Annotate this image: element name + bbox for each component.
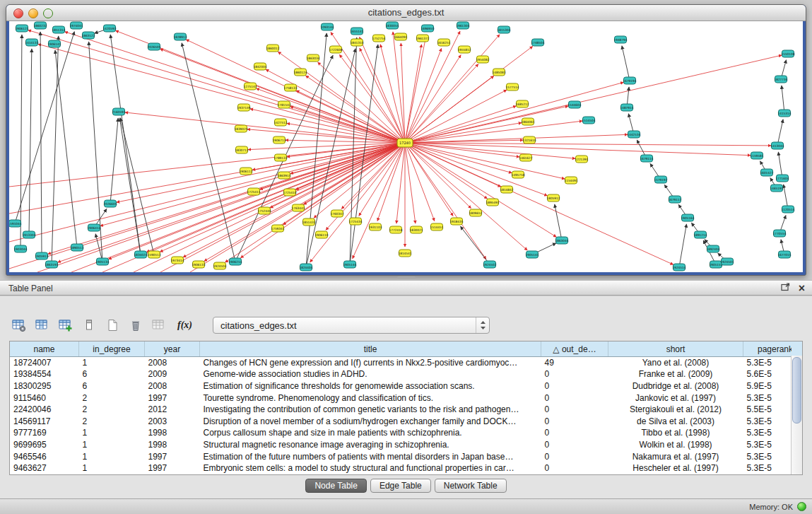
graph-node[interactable]: 1924514 (672, 264, 686, 271)
graph-node[interactable]: 1906713 (272, 136, 286, 144)
graph-node[interactable]: 1905141 (525, 251, 539, 258)
table-row[interactable]: 1830029562008Estimation of significance … (10, 380, 803, 392)
graph-node[interactable]: 1906112 (239, 168, 252, 175)
graph-node[interactable]: 1830055 (385, 22, 399, 29)
table-settings-icon[interactable] (11, 318, 27, 332)
graph-node[interactable]: 1616251 (437, 39, 450, 46)
graph-node[interactable]: 1905913 (35, 252, 48, 259)
graph-node[interactable]: 1830712 (235, 146, 248, 153)
graph-node[interactable]: 1905144 (343, 261, 356, 268)
graph-node[interactable]: 1906110 (314, 231, 328, 238)
column-header-name[interactable]: name (10, 341, 79, 357)
table-row[interactable]: 977716911998Corpus callosum shape and si… (10, 427, 803, 439)
graph-node[interactable]: 1748504 (531, 39, 544, 46)
column-header-out_degree[interactable]: △ out_de… (541, 341, 608, 357)
graph-node[interactable]: 1752754 (372, 35, 385, 42)
graph-node[interactable]: 1722608 (329, 46, 342, 53)
graph-node[interactable]: 1918435 (449, 218, 463, 225)
graph-node[interactable]: 1664091 (394, 33, 407, 40)
graph-node[interactable]: 1814541 (398, 250, 411, 257)
column-header-short[interactable]: short (608, 341, 743, 357)
graph-node[interactable]: 1752440 (257, 207, 271, 214)
table-columns-icon[interactable] (35, 318, 50, 332)
table-row[interactable]: 946362711997Embryonic stem cells: a mode… (10, 462, 803, 474)
graph-node[interactable]: 1906133 (192, 261, 205, 268)
graph-node[interactable]: 1905134 (95, 258, 109, 265)
graph-node[interactable]: 1841310 (350, 39, 363, 46)
graph-node[interactable]: 1924502 (483, 261, 496, 268)
graph-node[interactable]: 1679114 (640, 155, 653, 162)
table-disabled-icon[interactable] (151, 318, 167, 332)
graph-node[interactable]: 1842004 (253, 63, 266, 70)
graph-node[interactable]: 2026605 (103, 200, 117, 207)
graph-node[interactable]: 1906121 (15, 25, 28, 32)
column-header-year[interactable]: year (145, 341, 200, 357)
graph-node[interactable]: 1550108 (781, 50, 794, 57)
table-row[interactable]: 1938455462009Genome-wide association stu… (10, 368, 803, 380)
trash-icon[interactable] (128, 318, 143, 332)
graph-node[interactable]: 1415314 (777, 110, 791, 117)
graph-node[interactable]: 1828913 (173, 33, 187, 40)
graph-node[interactable]: 1955812 (457, 46, 471, 53)
close-window-button[interactable] (13, 8, 23, 18)
graph-node[interactable]: 1677015 (777, 251, 791, 258)
graph-node[interactable]: 1725411 (247, 188, 260, 195)
graph-node[interactable]: 1321610 (522, 136, 536, 144)
graph-node[interactable]: 1937149 (237, 104, 250, 111)
graph-node[interactable]: 1961304 (456, 22, 469, 29)
graph-node[interactable]: 1906414 (87, 224, 100, 231)
graph-node[interactable]: 1679117 (668, 196, 681, 203)
graph-node[interactable]: 1601427 (760, 169, 773, 176)
graph-node[interactable]: 1577514 (505, 83, 519, 90)
graph-node[interactable]: 1495758 (511, 171, 524, 178)
graph-node[interactable]: 1851433 (302, 218, 315, 226)
graph-node[interactable]: 1771604 (775, 175, 789, 182)
graph-node[interactable]: 1924504 (213, 262, 226, 269)
close-panel-icon[interactable]: × (799, 281, 805, 296)
table-row[interactable]: 969969511998Structural magnetic resonanc… (10, 439, 803, 451)
graph-node[interactable]: 1954082 (476, 56, 489, 63)
graph-node[interactable]: 1924501 (720, 258, 734, 265)
graph-node[interactable]: 1789133 (273, 154, 287, 161)
graph-node[interactable]: 2026505 (147, 43, 160, 50)
graph-node[interactable]: 1685212 (515, 100, 529, 107)
graph-node[interactable]: 1461627 (519, 154, 532, 161)
tab-node-table[interactable]: Node Table (305, 479, 367, 493)
graph-node[interactable]: 1961372 (416, 35, 429, 42)
graph-node[interactable]: 1759341 (271, 225, 284, 232)
graph-node[interactable]: 1809652 (469, 209, 482, 216)
graph-node[interactable]: 1906214 (228, 258, 242, 265)
graph-node[interactable]: 1427512 (273, 119, 287, 126)
graph-node[interactable]: 1763441 (291, 204, 305, 211)
graph-node[interactable]: 1860124 (293, 69, 307, 76)
graph-node[interactable]: 1891214 (693, 231, 707, 238)
graph-node[interactable]: 1815304 (497, 26, 510, 33)
graph-node[interactable]: 1770554 (772, 230, 786, 237)
graph-node[interactable]: 1851314 (52, 26, 65, 33)
graph-node[interactable]: 1591044 (9, 220, 22, 227)
graph-node[interactable]: 1895491 (486, 199, 499, 206)
function-builder-button[interactable]: f(x) (177, 320, 192, 331)
table-scrollbar[interactable] (791, 356, 802, 474)
graph-node[interactable]: 1725434 (348, 218, 362, 225)
graph-node[interactable]: 1890513 (70, 244, 83, 251)
graph-node[interactable]: 1864061 (521, 118, 534, 125)
graph-node[interactable]: 1931103 (368, 223, 382, 230)
graph-node[interactable]: 1863191 (45, 261, 58, 268)
graph-node[interactable]: 1905164 (681, 214, 694, 221)
graph-node[interactable]: 1514451 (430, 223, 443, 230)
graph-node[interactable]: 1863044 (555, 237, 568, 244)
graph-node[interactable]: 1514504 (582, 117, 595, 124)
table-row[interactable]: 946554611997Estimation of the future num… (10, 450, 803, 462)
graph-node[interactable]: 1839025 (234, 125, 247, 132)
graph-node[interactable]: 1781542 (277, 101, 290, 108)
graph-node[interactable]: 1824404 (299, 264, 312, 271)
graph-node[interactable]: 1830021 (409, 226, 423, 233)
graph-node[interactable]: 1973414 (170, 257, 184, 264)
graph-node[interactable]: 1860232 (33, 22, 47, 29)
graph-node[interactable]: 1655141 (350, 28, 363, 35)
graph-node[interactable]: 1913304 (22, 231, 35, 238)
graph-node[interactable]: 1420593 (102, 25, 116, 32)
graph-node[interactable]: 1906141 (47, 40, 61, 47)
network-svg[interactable]: 1724018630341860124175813317815421427512… (9, 21, 803, 272)
